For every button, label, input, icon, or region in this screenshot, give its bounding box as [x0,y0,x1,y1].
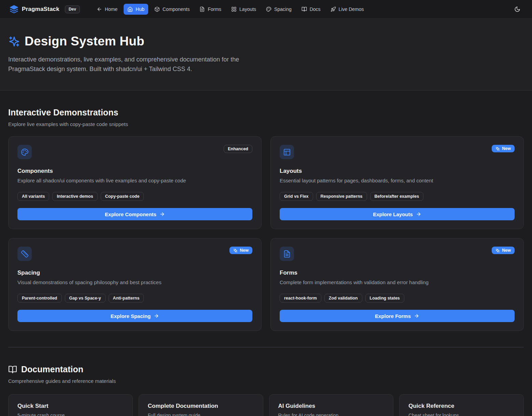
demo-card-grid: Enhanced Components Explore all shadcn/u… [8,136,524,331]
demo-card-spacing[interactable]: New Spacing Visual demonstrations of spa… [8,238,262,331]
status-badge: New [492,247,515,254]
doc-card-subtitle: Cheat sheet for lookups [408,413,515,416]
docs-section-title: Documentation [8,364,524,374]
tag-row: Grid vs FlexResponsive patternsBefore/af… [280,192,515,201]
layers-logo-icon [10,5,18,14]
demo-card-title: Layouts [280,168,515,175]
main-content: Interactive Demonstrations Explore live … [0,91,532,416]
explore-button[interactable]: Explore Components [17,208,252,220]
page-title: Design System Hub [25,34,144,48]
doc-card-title: Complete Documentation [148,403,254,410]
docs-section-title-text: Documentation [21,364,83,374]
feature-tag: Copy-paste code [101,192,144,201]
demo-card-description: Complete form implementations with valid… [280,279,515,285]
tag-row: All variantsInteractive demosCopy-paste … [17,192,252,201]
feature-tag: Parent-controlled [17,294,62,303]
tag-row: react-hook-formZod validationLoading sta… [280,294,515,303]
nav-item-components[interactable]: Components [151,4,193,15]
rocket-icon [331,6,336,12]
feature-tag: Loading states [365,294,404,303]
panels-top-left-icon [283,148,291,156]
doc-card-grid: Quick Start 5-minute crash course Comple… [8,394,524,416]
main-nav: Home Hub Components Forms Layouts [93,4,368,15]
doc-card-quick-start[interactable]: Quick Start 5-minute crash course [8,394,133,416]
doc-card-quick-reference[interactable]: Quick Reference Cheat sheet for lookups [399,394,524,416]
brand[interactable]: PragmaStack Dev [10,5,80,14]
demos-section-title: Interactive Demonstrations [8,108,524,117]
demo-card-description: Explore all shadcn/ui components with li… [17,178,252,183]
doc-card-complete-documentation[interactable]: Complete Documentation Full design syste… [139,394,263,416]
feature-tag: Zod validation [324,294,362,303]
doc-card-title: AI Guidelines [278,403,384,410]
feature-tag: Responsive patterns [316,192,367,201]
book-open-icon [302,6,307,12]
feature-tag: Grid vs Flex [280,192,313,201]
page-description: Interactive demonstrations, live example… [8,55,263,74]
demo-card-description: Essential layout patterns for pages, das… [280,178,515,183]
sparkles-icon [495,248,500,253]
arrow-right-icon [416,211,421,217]
docs-section-header: Documentation Comprehensive guides and r… [8,347,524,384]
sparkles-icon [233,248,238,253]
explore-button[interactable]: Explore Layouts [280,208,515,220]
package-icon [154,6,160,12]
doc-card-subtitle: Rules for AI code generation [278,413,384,416]
demo-card-title: Forms [280,269,515,276]
book-open-icon [8,365,17,374]
explore-button[interactable]: Explore Spacing [17,310,252,322]
doc-card-subtitle: 5-minute crash course [17,413,124,416]
theme-toggle-button[interactable] [512,3,523,15]
demos-section-header: Interactive Demonstrations Explore live … [8,91,524,127]
tag-row: Parent-controlledGap vs Space-yAnti-patt… [17,294,252,303]
arrow-right-icon [159,211,165,217]
explore-button[interactable]: Explore Forms [280,310,515,322]
ruler-icon [21,250,29,258]
feature-tag: Gap vs Space-y [65,294,106,303]
feature-tag: Anti-patterns [109,294,144,303]
layout-grid-icon [231,6,237,12]
feature-tag: react-hook-form [280,294,321,303]
nav-item-hub[interactable]: Hub [124,4,148,15]
demos-section-subtitle: Explore live examples with copy-paste co… [8,121,524,127]
navbar: PragmaStack Dev Home Hub Components Form… [0,0,532,19]
home-icon [127,6,133,12]
doc-card-title: Quick Reference [408,403,515,410]
feature-tag: All variants [17,192,49,201]
status-badge: Enhanced [224,145,252,153]
nav-item-forms[interactable]: Forms [196,4,225,15]
arrow-left-icon [97,6,102,12]
arrow-right-icon [414,313,419,319]
docs-section-subtitle: Comprehensive guides and reference mater… [8,378,524,384]
demo-card-title: Spacing [17,269,252,276]
nav-item-spacing[interactable]: Spacing [262,4,295,15]
brand-name: PragmaStack [22,6,59,13]
demo-card-components[interactable]: Enhanced Components Explore all shadcn/u… [8,136,262,229]
demo-card-description: Visual demonstrations of spacing philoso… [17,279,252,285]
nav-item-live-demos[interactable]: Live Demos [327,4,368,15]
demo-card-title: Components [17,168,252,175]
feature-tag: Before/after examples [370,192,424,201]
nav-item-layouts[interactable]: Layouts [227,4,260,15]
hero-section: Design System Hub Interactive demonstrat… [0,19,532,91]
demo-card-forms[interactable]: New Forms Complete form implementations … [270,238,524,331]
sparkles-icon [8,36,20,47]
feature-tag: Interactive demos [52,192,97,201]
palette-icon [266,6,271,12]
arrow-right-icon [154,313,159,319]
nav-item-docs[interactable]: Docs [298,4,324,15]
doc-card-ai-guidelines[interactable]: AI Guidelines Rules for AI code generati… [269,394,394,416]
file-text-icon [283,250,291,258]
demo-card-layouts[interactable]: New Layouts Essential layout patterns fo… [270,136,524,229]
sparkles-icon [495,147,500,151]
nav-item-home[interactable]: Home [93,4,121,15]
env-badge: Dev [65,5,80,13]
palette-icon [21,148,29,156]
moon-icon [514,6,520,12]
doc-card-title: Quick Start [17,403,124,410]
status-badge: New [229,247,252,254]
file-text-icon [199,6,205,12]
doc-card-subtitle: Full design system guide [148,413,254,416]
status-badge: New [492,145,515,152]
